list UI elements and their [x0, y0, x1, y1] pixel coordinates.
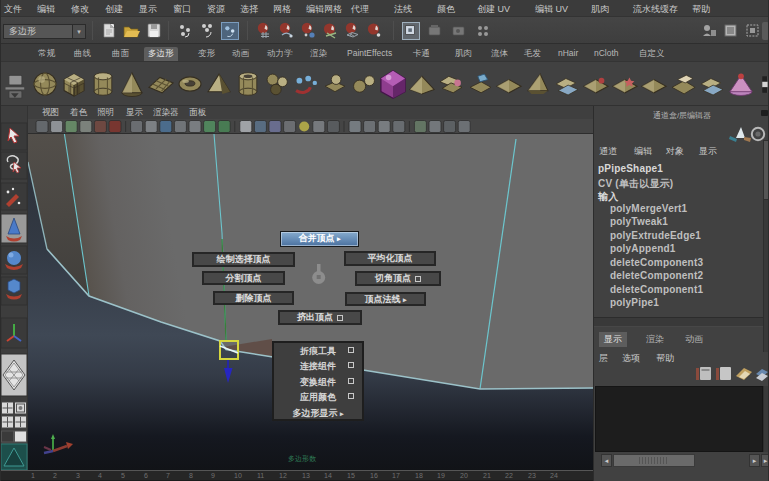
- svg-text:多边形数: 多边形数: [288, 455, 317, 463]
